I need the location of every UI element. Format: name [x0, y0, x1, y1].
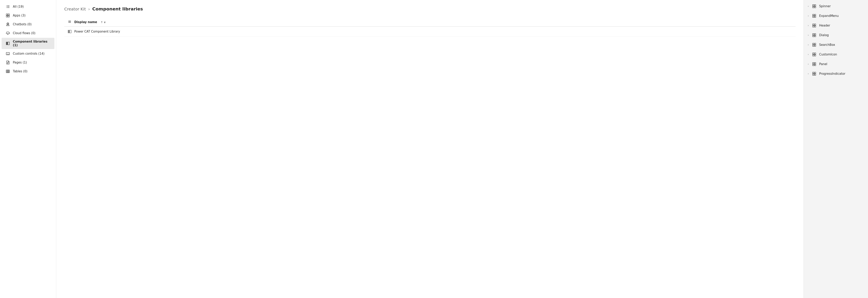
row-library-icon	[67, 29, 72, 34]
svg-rect-68	[813, 72, 814, 73]
sidebar-item-component-libraries-label: Component libraries (1)	[13, 40, 51, 47]
chevron-right-icon: ›	[808, 5, 809, 8]
svg-rect-61	[814, 53, 816, 54]
right-sidebar-item-expandmenu[interactable]: › ExpandMenu	[804, 11, 868, 21]
svg-rect-8	[6, 16, 8, 17]
component-icon-searchbox	[812, 42, 816, 47]
svg-text:Abc: Abc	[7, 53, 9, 55]
svg-rect-45	[814, 14, 816, 16]
svg-point-11	[7, 24, 8, 24]
svg-rect-41	[814, 5, 816, 6]
sidebar-item-component-libraries[interactable]: Component libraries (1)	[2, 38, 54, 49]
breadcrumb-current: Component libraries	[92, 6, 143, 11]
right-sidebar-item-customicon[interactable]: › CustomIcon	[804, 50, 868, 59]
svg-rect-69	[814, 72, 816, 73]
svg-rect-19	[7, 42, 7, 45]
svg-rect-55	[814, 35, 816, 37]
svg-rect-56	[813, 43, 814, 44]
svg-rect-49	[814, 24, 816, 25]
chevron-right-icon: ›	[808, 53, 809, 56]
column-header-icon	[67, 20, 72, 24]
table-row[interactable]: Power CAT Component Library	[64, 27, 796, 37]
sidebar-item-custom-controls[interactable]: Abc Custom controls (14)	[2, 50, 54, 58]
svg-rect-18	[6, 42, 7, 45]
sidebar-item-cloud-flows[interactable]: Cloud flows (0)	[2, 29, 54, 37]
svg-rect-66	[813, 64, 814, 66]
svg-rect-46	[813, 16, 814, 18]
component-icon-header	[812, 23, 816, 28]
sort-arrows: ↑ ∨	[101, 21, 106, 24]
right-sidebar-item-header-label: Header	[819, 24, 830, 27]
svg-rect-53	[814, 34, 816, 35]
svg-rect-38	[69, 30, 69, 33]
svg-rect-58	[813, 45, 814, 47]
left-sidebar: All (19) Apps (3)	[0, 0, 56, 298]
sidebar-item-tables[interactable]: Tables (0)	[2, 67, 54, 76]
app-layout: All (19) Apps (3)	[0, 0, 868, 298]
sidebar-item-chatbots-label: Chatbots (0)	[13, 23, 32, 26]
right-sidebar-item-panel[interactable]: › Panel	[804, 59, 868, 69]
sort-down-arrow[interactable]: ∨	[104, 21, 106, 24]
sidebar-item-cloud-flows-label: Cloud flows (0)	[13, 31, 35, 35]
svg-rect-63	[814, 55, 816, 56]
content-table: Display name ↑ ∨ Power CAT Component Lib…	[64, 18, 796, 37]
right-sidebar-item-progressindicator-label: ProgressIndicator	[819, 72, 845, 76]
library-icon	[6, 41, 10, 46]
sidebar-item-all[interactable]: All (19)	[2, 2, 54, 11]
svg-rect-60	[813, 53, 814, 54]
right-sidebar-item-dialog-label: Dialog	[819, 33, 829, 37]
svg-rect-71	[814, 74, 816, 76]
chevron-right-icon: ›	[808, 24, 809, 27]
right-sidebar-item-panel-label: Panel	[819, 62, 827, 66]
component-icon-progressindicator	[812, 71, 816, 76]
sidebar-item-custom-controls-label: Custom controls (14)	[13, 52, 44, 56]
svg-rect-59	[814, 45, 816, 47]
chatbot-icon	[6, 22, 10, 27]
right-sidebar-item-progressindicator[interactable]: › ProgressIndicator	[804, 69, 868, 78]
right-sidebar-item-spinner[interactable]: › Spinner	[804, 2, 868, 11]
right-sidebar-item-searchbox[interactable]: › SearchBox	[804, 40, 868, 50]
chevron-right-icon: ›	[808, 72, 809, 75]
breadcrumb: Creator Kit › Component libraries	[64, 6, 796, 11]
svg-rect-40	[813, 5, 814, 6]
svg-rect-54	[813, 35, 814, 37]
svg-point-12	[8, 24, 9, 24]
svg-rect-26	[6, 70, 9, 73]
svg-rect-70	[813, 74, 814, 76]
svg-rect-44	[813, 14, 814, 16]
svg-rect-52	[813, 34, 814, 35]
sidebar-item-all-label: All (19)	[13, 5, 24, 8]
svg-rect-48	[813, 24, 814, 25]
svg-rect-39	[70, 30, 71, 33]
sidebar-item-pages[interactable]: Pages (1)	[2, 58, 54, 67]
svg-rect-62	[813, 55, 814, 56]
chevron-right-icon: ›	[808, 34, 809, 36]
right-sidebar-item-spinner-label: Spinner	[819, 4, 831, 8]
right-sidebar-item-expandmenu-label: ExpandMenu	[819, 14, 839, 18]
sidebar-item-chatbots[interactable]: Chatbots (0)	[2, 20, 54, 29]
sidebar-item-tables-label: Tables (0)	[13, 69, 28, 73]
table-row-name: Power CAT Component Library	[74, 30, 120, 33]
svg-rect-50	[813, 26, 814, 27]
right-sidebar-item-searchbox-label: SearchBox	[819, 43, 835, 47]
sidebar-item-apps[interactable]: Apps (3)	[2, 11, 54, 20]
sort-up-arrow[interactable]: ↑	[101, 21, 103, 24]
chevron-right-icon: ›	[808, 14, 809, 17]
component-icon-expandmenu	[812, 14, 816, 18]
pages-icon	[6, 60, 10, 65]
svg-rect-42	[813, 6, 814, 8]
chevron-right-icon: ›	[808, 63, 809, 65]
list-icon	[6, 4, 10, 9]
svg-rect-65	[814, 62, 816, 64]
svg-rect-37	[68, 30, 68, 33]
component-icon-panel	[812, 62, 816, 66]
flow-icon	[6, 31, 10, 35]
component-icon-customicon	[812, 52, 816, 57]
sidebar-item-apps-label: Apps (3)	[13, 14, 26, 17]
svg-rect-57	[814, 43, 816, 44]
right-sidebar-item-dialog[interactable]: › Dialog	[804, 31, 868, 40]
breadcrumb-parent[interactable]: Creator Kit	[64, 7, 86, 11]
svg-rect-43	[814, 6, 816, 8]
right-sidebar-item-header[interactable]: › Header	[804, 21, 868, 30]
component-icon-dialog	[812, 33, 816, 37]
